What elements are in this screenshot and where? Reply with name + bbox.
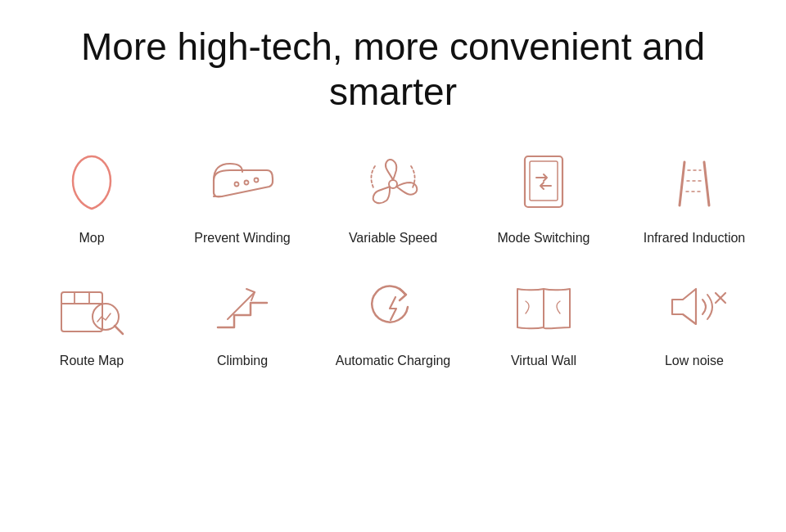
- route-map-icon: [55, 270, 129, 344]
- feature-prevent-winding: Prevent Winding: [169, 147, 316, 246]
- svg-point-1: [245, 181, 249, 185]
- svg-line-6: [680, 162, 684, 205]
- virtual-wall-label: Virtual Wall: [511, 354, 576, 368]
- feature-mop: Mop: [18, 147, 165, 246]
- automatic-charging-label: Automatic Charging: [336, 354, 451, 368]
- low-noise-icon: [657, 270, 731, 344]
- variable-speed-label: Variable Speed: [349, 231, 437, 246]
- features-row-1: Mop Prevent W: [16, 147, 770, 246]
- svg-line-13: [115, 326, 123, 334]
- feature-virtual-wall: Virtual Wall: [470, 270, 617, 368]
- feature-route-map: Route Map: [18, 270, 165, 368]
- feature-variable-speed: Variable Speed: [319, 147, 467, 246]
- feature-climbing: Climbing: [169, 270, 316, 368]
- climbing-icon: [206, 270, 279, 344]
- climbing-label: Climbing: [217, 354, 268, 368]
- mode-switching-label: Mode Switching: [498, 231, 590, 246]
- page: More high-tech, more convenient and smar…: [0, 0, 786, 532]
- virtual-wall-icon: [507, 270, 580, 344]
- infrared-induction-label: Infrared Induction: [644, 231, 746, 246]
- feature-mode-switching: Mode Switching: [470, 147, 617, 246]
- features-row-2: Route Map Climbing: [16, 270, 770, 368]
- mode-switching-icon: [507, 147, 580, 221]
- page-title: More high-tech, more convenient and smar…: [16, 25, 770, 115]
- feature-infrared-induction: Infrared Induction: [621, 147, 768, 246]
- mop-icon: [55, 147, 129, 221]
- feature-automatic-charging: Automatic Charging: [319, 270, 467, 368]
- prevent-winding-label: Prevent Winding: [194, 231, 290, 246]
- mop-label: Mop: [79, 231, 104, 246]
- variable-speed-icon: [356, 147, 430, 221]
- svg-line-7: [704, 162, 709, 205]
- feature-low-noise: Low noise: [621, 270, 768, 368]
- low-noise-label: Low noise: [665, 354, 724, 368]
- infrared-induction-icon: [657, 147, 731, 221]
- features-grid: Mop Prevent W: [16, 147, 770, 368]
- svg-point-2: [255, 178, 259, 183]
- automatic-charging-icon: [356, 270, 430, 344]
- route-map-label: Route Map: [60, 354, 124, 368]
- svg-point-0: [235, 183, 239, 187]
- prevent-winding-icon: [206, 147, 279, 221]
